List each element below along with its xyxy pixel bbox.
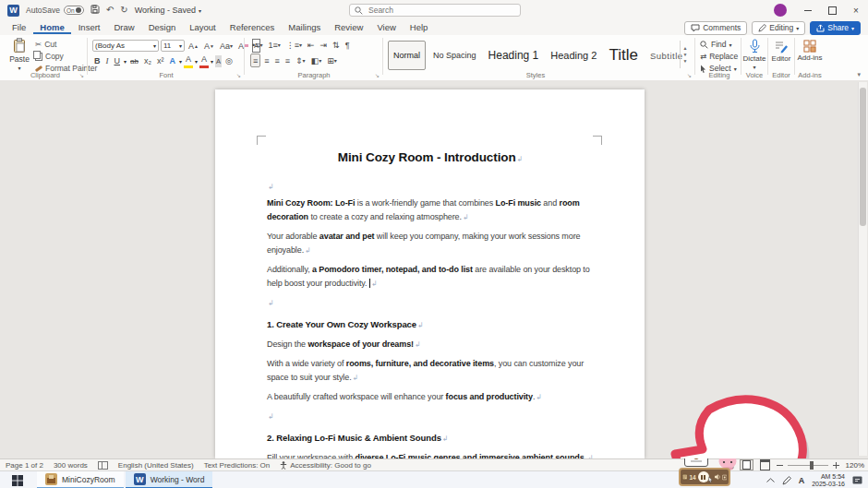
- font-color-button[interactable]: A: [199, 54, 209, 68]
- taskbar-item-minicozyroom[interactable]: MiniCozyRoom: [37, 471, 124, 488]
- web-layout-button[interactable]: [758, 459, 772, 470]
- editor-button[interactable]: Editor: [770, 40, 792, 63]
- language-indicator[interactable]: English (United States): [118, 461, 194, 470]
- line-spacing-button[interactable]: ⇕▾: [294, 54, 307, 66]
- replace-button[interactable]: ⇄ Replace: [700, 51, 738, 62]
- paragraph-body[interactable]: Fill your workspace with diverse Lo-Fi m…: [267, 451, 594, 458]
- numbering-button[interactable]: 1≡▾: [266, 39, 282, 51]
- multilevel-list-button[interactable]: ⋮≡▾: [284, 39, 304, 51]
- font-color-menu[interactable]: ▾: [211, 58, 213, 65]
- tab-file[interactable]: File: [6, 21, 32, 34]
- search-box[interactable]: [349, 4, 521, 17]
- justify-button[interactable]: ≡: [283, 54, 292, 66]
- strikethrough-button[interactable]: ab: [128, 55, 140, 67]
- game-avatar-pet[interactable]: [708, 446, 740, 470]
- game-notepad-icon[interactable]: [682, 472, 687, 482]
- autosave-control[interactable]: AutoSave On: [26, 6, 84, 15]
- paragraph-title[interactable]: Mini Cozy Room - Introduction↲: [267, 149, 594, 169]
- action-center-icon[interactable]: [852, 475, 862, 485]
- comments-button[interactable]: Comments: [684, 21, 747, 35]
- tab-references[interactable]: References: [223, 21, 282, 34]
- search-input[interactable]: [367, 5, 500, 16]
- dictate-button[interactable]: Dictate ▾: [743, 39, 766, 70]
- paragraph-dialog-launcher[interactable]: ↘: [375, 72, 380, 78]
- paragraph-body[interactable]: A beautifully crafted workspace will enh…: [267, 390, 594, 404]
- character-shading-button[interactable]: A: [215, 55, 222, 67]
- tab-home[interactable]: Home: [33, 21, 70, 34]
- collapse-ribbon-button[interactable]: ▾: [857, 71, 861, 78]
- font-size-combo[interactable]: 11▾: [161, 40, 185, 52]
- align-center-button[interactable]: ≡: [262, 54, 271, 66]
- paragraph-empty[interactable]: ↲: [267, 410, 594, 422]
- paragraph-heading[interactable]: 2. Relaxing Lo-Fi Music & Ambient Sounds…: [267, 431, 594, 446]
- underline-button[interactable]: U: [113, 55, 123, 67]
- game-music-box-icon[interactable]: [722, 473, 727, 482]
- game-volume-icon[interactable]: [715, 472, 720, 482]
- clipboard-dialog-launcher[interactable]: ↘: [79, 72, 84, 78]
- start-button[interactable]: [0, 471, 35, 488]
- paragraph-heading[interactable]: 1. Create Your Own Cozy Workspace↲: [267, 317, 594, 332]
- show-marks-button[interactable]: ¶: [344, 39, 352, 51]
- paragraph-body[interactable]: Design the workspace of your dreams!↲: [267, 338, 594, 351]
- style-no-spacing[interactable]: No Spacing: [428, 42, 481, 69]
- font-name-combo[interactable]: (Body As▾: [92, 40, 159, 52]
- page-indicator[interactable]: Page 1 of 2: [6, 461, 43, 470]
- highlight-button[interactable]: A: [184, 54, 193, 68]
- highlight-menu[interactable]: ▾: [195, 58, 198, 65]
- text-effects-menu[interactable]: ▾: [179, 58, 182, 65]
- tab-insert[interactable]: Insert: [72, 21, 107, 34]
- tab-help[interactable]: Help: [404, 21, 435, 34]
- undo-button[interactable]: ↶: [106, 6, 114, 15]
- subscript-button[interactable]: x₂: [142, 55, 153, 67]
- vertical-scrollbar[interactable]: [858, 82, 867, 456]
- tab-view[interactable]: View: [370, 21, 402, 34]
- add-ins-button[interactable]: Add-ins: [797, 40, 823, 62]
- tab-layout[interactable]: Layout: [183, 21, 223, 34]
- paragraph-body[interactable]: With a wide variety of rooms, furniture,…: [267, 357, 594, 385]
- paragraph-empty[interactable]: ↲: [267, 296, 594, 308]
- borders-button[interactable]: ⊞▾: [325, 54, 339, 66]
- tab-review[interactable]: Review: [328, 21, 369, 34]
- sort-button[interactable]: ⇅: [331, 39, 342, 51]
- document-title[interactable]: Working - Saved ▾: [135, 6, 201, 15]
- paragraph-body[interactable]: Additionally, a Pomodoro timer, notepad,…: [267, 263, 594, 291]
- style-title[interactable]: Title: [604, 42, 643, 69]
- shrink-font-button[interactable]: A▼: [202, 40, 216, 52]
- document-page[interactable]: Mini Cozy Room - Introduction↲↲Mini Cozy…: [215, 89, 645, 458]
- hidden-icons-chevron[interactable]: [766, 478, 775, 482]
- paragraph-body[interactable]: Mini Cozy Room: Lo-Fi is a work-friendly…: [267, 196, 594, 224]
- taskbar-item-word[interactable]: W Working - Word: [126, 471, 213, 488]
- print-layout-button[interactable]: [740, 459, 753, 470]
- style-heading-1[interactable]: Heading 1: [484, 42, 544, 69]
- clock[interactable]: AM 5:54 2025-03-16: [812, 473, 845, 488]
- styles-more-button[interactable]: ▲▼▼: [680, 41, 690, 68]
- word-count[interactable]: 300 words: [54, 461, 88, 470]
- paragraph-empty[interactable]: ↲: [267, 180, 594, 192]
- document-body[interactable]: Mini Cozy Room - Introduction↲↲Mini Cozy…: [267, 149, 594, 458]
- zoom-slider-thumb[interactable]: [810, 461, 814, 470]
- bold-button[interactable]: B: [92, 55, 102, 67]
- accessibility-status[interactable]: Accessibility: Good to go: [280, 461, 371, 470]
- close-button[interactable]: ×: [844, 0, 868, 20]
- minimize-button[interactable]: [796, 0, 820, 20]
- shading-button[interactable]: ◧▾: [309, 54, 324, 66]
- bullets-button[interactable]: •≡▾: [250, 39, 264, 51]
- increase-indent-button[interactable]: ⇥: [319, 39, 330, 51]
- styles-dialog-launcher[interactable]: ↘: [687, 72, 692, 78]
- enclose-characters-button[interactable]: ◎: [223, 55, 235, 67]
- underline-menu[interactable]: ▾: [124, 58, 127, 65]
- find-button[interactable]: Find ▾: [700, 39, 732, 50]
- editing-mode-button[interactable]: Editing ▾: [752, 21, 805, 35]
- text-predictions[interactable]: Text Predictions: On: [204, 461, 271, 470]
- font-dialog-launcher[interactable]: ↘: [236, 72, 241, 78]
- scrollbar-thumb[interactable]: [860, 88, 866, 226]
- copy-button[interactable]: Copy: [35, 51, 64, 62]
- text-effects-button[interactable]: A: [167, 55, 177, 67]
- style-normal[interactable]: Normal: [388, 41, 426, 70]
- ime-language-indicator[interactable]: A: [799, 476, 805, 485]
- tab-mailings[interactable]: Mailings: [282, 21, 327, 34]
- game-avatar-area[interactable]: [684, 446, 740, 470]
- proofing-button[interactable]: [98, 461, 108, 470]
- align-right-button[interactable]: ≡: [273, 54, 282, 66]
- redo-button[interactable]: ↻: [120, 6, 127, 15]
